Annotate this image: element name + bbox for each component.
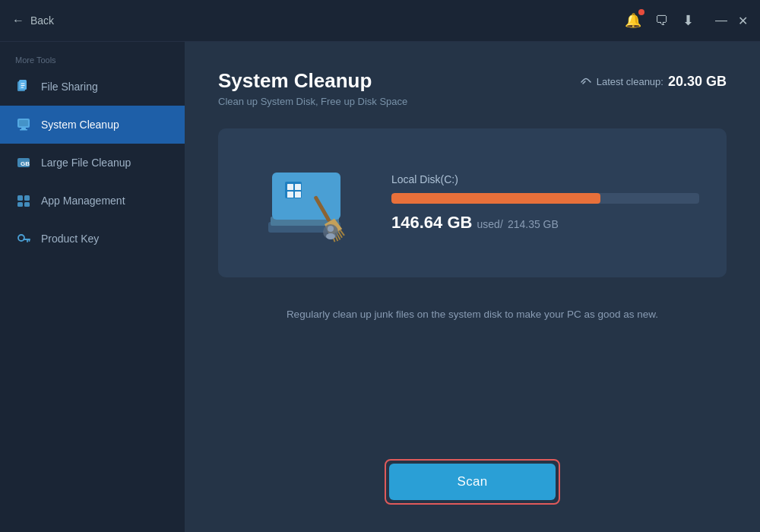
- latest-cleanup: Latest cleanup: 20.30 GB: [580, 74, 727, 90]
- svg-rect-8: [20, 129, 27, 131]
- back-arrow-icon: ←: [12, 14, 24, 27]
- svg-rect-23: [287, 184, 293, 190]
- sidebar-section-label: More Tools: [0, 49, 185, 68]
- sidebar-item-file-sharing[interactable]: File Sharing: [0, 68, 185, 106]
- page-title: System Cleanup: [218, 69, 372, 93]
- svg-rect-6: [19, 120, 28, 126]
- disk-bar-bg: [391, 193, 699, 204]
- minimize-button[interactable]: —: [715, 14, 727, 27]
- disk-info: Local Disk(C:) 146.64 GB used/ 214.35 GB: [391, 173, 699, 233]
- disk-total-gb: 214.35 GB: [508, 218, 559, 230]
- latest-cleanup-label: Latest cleanup:: [597, 76, 663, 87]
- svg-point-35: [328, 226, 334, 232]
- svg-rect-24: [295, 184, 301, 190]
- svg-rect-21: [272, 173, 340, 220]
- svg-point-36: [326, 233, 335, 239]
- scan-button[interactable]: Scan: [389, 464, 556, 500]
- back-button[interactable]: ← Back: [12, 14, 54, 27]
- sidebar-item-label-app-management: App Management: [41, 195, 125, 207]
- scan-button-outline: Scan: [385, 459, 561, 505]
- svg-text:GB: GB: [21, 160, 30, 167]
- notification-badge: [638, 9, 644, 15]
- app-body: More Tools File Sharing: [0, 42, 760, 532]
- svg-rect-7: [21, 128, 26, 129]
- disk-total-label: used/: [477, 218, 503, 230]
- title-bar: ← Back 🔔 🗨 ⬇ — ✕: [0, 0, 760, 42]
- file-sharing-icon: [15, 78, 32, 95]
- title-bar-right: 🔔 🗨 ⬇ — ✕: [625, 12, 748, 29]
- sidebar-item-label-product-key: Product Key: [41, 233, 99, 245]
- sidebar-item-label-system-cleanup: System Cleanup: [41, 119, 119, 131]
- cleanup-check-icon: [580, 76, 592, 88]
- sidebar-item-label-file-sharing: File Sharing: [41, 81, 98, 93]
- svg-rect-26: [295, 192, 301, 198]
- large-file-cleanup-icon: GB: [15, 154, 32, 171]
- svg-rect-25: [287, 192, 293, 198]
- svg-rect-12: [24, 195, 30, 201]
- app-management-icon: [15, 192, 32, 209]
- disk-illustration: [245, 150, 367, 256]
- main-content: System Cleanup Latest cleanup: 20.30 GB …: [185, 42, 760, 532]
- chat-icon[interactable]: 🗨: [655, 13, 669, 29]
- sidebar: More Tools File Sharing: [0, 42, 185, 532]
- disk-used-gb: 146.64 GB: [391, 213, 472, 232]
- windows-disk-svg: [245, 150, 367, 256]
- page-subtitle: Clean up System Disk, Free up Disk Space: [218, 96, 727, 107]
- svg-rect-14: [24, 202, 30, 207]
- close-button[interactable]: ✕: [738, 14, 748, 28]
- download-icon[interactable]: ⬇: [682, 12, 694, 29]
- latest-cleanup-size: 20.30 GB: [668, 74, 727, 90]
- disk-usage-text: 146.64 GB used/ 214.35 GB: [391, 213, 699, 233]
- description-text: Regularly clean up junk files on the sys…: [218, 306, 727, 323]
- sidebar-item-label-large-file-cleanup: Large File Cleanup: [41, 157, 131, 169]
- disk-bar-fill: [391, 193, 600, 204]
- back-label: Back: [30, 14, 54, 27]
- system-cleanup-icon: [15, 116, 32, 133]
- main-header: System Cleanup Latest cleanup: 20.30 GB: [218, 69, 727, 93]
- disk-name: Local Disk(C:): [391, 173, 699, 185]
- scan-button-wrapper: Scan: [218, 459, 727, 505]
- svg-rect-11: [17, 195, 23, 201]
- window-controls: — ✕: [715, 14, 748, 28]
- sidebar-item-app-management[interactable]: App Management: [0, 182, 185, 220]
- svg-rect-13: [17, 202, 23, 207]
- sidebar-item-large-file-cleanup[interactable]: GB Large File Cleanup: [0, 144, 185, 182]
- sidebar-item-product-key[interactable]: Product Key: [0, 220, 185, 258]
- svg-rect-1: [19, 80, 27, 90]
- disk-card: Local Disk(C:) 146.64 GB used/ 214.35 GB: [218, 128, 727, 277]
- sidebar-item-system-cleanup[interactable]: System Cleanup: [0, 106, 185, 144]
- notification-icon[interactable]: 🔔: [625, 12, 641, 29]
- product-key-icon: [15, 230, 32, 247]
